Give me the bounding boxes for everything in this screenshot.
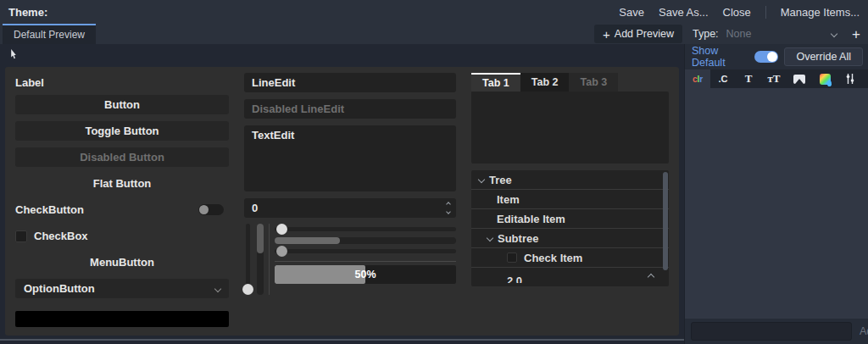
topbar-actions: Save Save As... Close Manage Items...	[619, 6, 860, 19]
h-slider-grabber[interactable]	[276, 246, 287, 257]
preview-option-button[interactable]: OptionButton	[15, 279, 229, 298]
override-all-button[interactable]: Override All	[784, 47, 863, 66]
preview-h-slider[interactable]	[275, 224, 456, 235]
v-scrollbar-grabber[interactable]	[257, 224, 264, 253]
preview-column-2: LineEdit Disabled LineEdit TextEdit 0	[244, 73, 456, 327]
add-item-button: Add	[860, 325, 868, 337]
checkbox-icon[interactable]	[507, 252, 517, 263]
save-button[interactable]: Save	[619, 6, 644, 19]
add-preview-button[interactable]: + Add Preview	[594, 25, 682, 43]
chevron-up-icon[interactable]	[648, 274, 654, 280]
preview-tab-1[interactable]: Tab 1	[471, 73, 520, 92]
preview-h-slider-2[interactable]	[275, 246, 456, 257]
color-picker-button[interactable]	[15, 311, 229, 327]
tab-constant-items[interactable]: .C	[710, 69, 736, 88]
save-as-button[interactable]: Save As...	[659, 6, 709, 19]
tree-row-check-item[interactable]: Check Item	[471, 248, 669, 268]
preview-column-3: Tab 1 Tab 2 Tab 3 Tree Item	[471, 73, 669, 327]
preview-disabled-line-edit: Disabled LineEdit	[244, 99, 456, 119]
theme-editor-topbar: Theme: Save Save As... Close Manage Item…	[0, 0, 868, 24]
preview-h-scrollbar[interactable]	[275, 237, 456, 244]
tab-font-size-items[interactable]: тT	[761, 69, 787, 88]
type-label: Type:	[693, 28, 719, 40]
stylebox-items-icon	[820, 74, 831, 85]
progress-bar-value: 50%	[275, 265, 456, 284]
pick-item-icon[interactable]	[8, 49, 18, 62]
font-size-items-icon: тT	[767, 72, 780, 86]
add-item-row: Add	[685, 319, 868, 344]
manage-items-button[interactable]: Manage Items...	[781, 6, 860, 19]
preview-flat-button[interactable]: Flat Button	[15, 174, 229, 193]
items-panel-header: Show Default Override All	[685, 44, 868, 69]
tree-row-root[interactable]: Tree	[471, 170, 669, 190]
check-box-label: CheckBox	[34, 230, 88, 242]
tab-icon-items[interactable]	[787, 69, 812, 88]
preview-tab-2[interactable]: Tab 2	[520, 73, 570, 92]
toggle-knob	[767, 52, 777, 62]
close-button[interactable]: Close	[723, 6, 751, 19]
v-slider-grabber[interactable]	[242, 284, 253, 295]
color-items-icon: clr	[693, 75, 703, 84]
preview-toolbar	[0, 44, 684, 67]
tab-color-items[interactable]: clr	[685, 69, 710, 88]
preview-button[interactable]: Button	[15, 95, 229, 114]
chevron-down-icon[interactable]	[478, 176, 485, 183]
preview-check-button[interactable]: CheckButton	[15, 200, 229, 219]
preview-v-scrollbar[interactable]	[257, 224, 264, 295]
checkbox-icon[interactable]	[15, 230, 27, 242]
preview-menu-button[interactable]: MenuButton	[15, 252, 229, 272]
tab-default-preview[interactable]: Default Preview	[3, 24, 96, 44]
panel-title: Theme:	[8, 6, 47, 19]
h-widgets-stack: 50%	[275, 224, 456, 295]
preview-area: Label Button Toggle Button Disabled Butt…	[0, 44, 684, 344]
tree-row-item[interactable]: Item	[471, 190, 669, 209]
tab-misc-items[interactable]	[837, 69, 863, 88]
preview-text-edit[interactable]: TextEdit	[244, 125, 456, 191]
show-default-label: Show Default	[692, 45, 748, 69]
tab-row-spacer	[96, 24, 594, 44]
splitter-grip[interactable]	[0, 339, 684, 341]
tree-scrollbar[interactable]	[663, 172, 668, 270]
chevron-down-icon[interactable]	[446, 209, 451, 214]
item-type-tabs: clr .C T тT	[685, 69, 868, 88]
plus-icon: +	[603, 28, 610, 41]
add-preview-label: Add Preview	[615, 28, 674, 40]
preview-v-slider[interactable]	[244, 224, 252, 295]
add-item-name-input[interactable]	[691, 322, 852, 341]
tab-stylebox-items[interactable]	[812, 69, 837, 88]
topbar-divider	[765, 6, 766, 19]
tree-row-subtree[interactable]: Subtree	[471, 229, 669, 248]
preview-progress-bar: 50%	[275, 265, 456, 284]
slider-block: 50%	[244, 224, 456, 295]
toggle-off-icon[interactable]	[198, 204, 224, 215]
tree-check-item-label: Check Item	[524, 252, 582, 264]
preview-tab-3: Tab 3	[569, 73, 618, 92]
preview-line-edit[interactable]: LineEdit	[244, 73, 456, 92]
preview-column-1: Label Button Toggle Button Disabled Butt…	[15, 73, 229, 327]
preview-tab-bar: Tab 1 Tab 2 Tab 3	[471, 73, 669, 92]
preview-label: Label	[15, 73, 229, 92]
tree-row-range-item[interactable]: 2.0	[471, 268, 669, 283]
tree-row-editable-item[interactable]: Editable Item	[471, 209, 669, 229]
tab-font-items[interactable]: T	[736, 69, 761, 88]
preview-spin-box[interactable]: 0	[244, 198, 456, 218]
add-type-button[interactable]: +	[848, 27, 865, 42]
type-dropdown-value: None	[726, 28, 752, 40]
h-slider-grabber[interactable]	[276, 224, 287, 235]
chevron-down-icon[interactable]	[487, 235, 493, 241]
h-scrollbar-grabber[interactable]	[275, 237, 340, 244]
toggle-knob	[199, 205, 209, 214]
preview-tree: Tree Item Editable Item Subtree	[471, 170, 669, 286]
preview-tab-row: Default Preview + Add Preview Type: None…	[0, 24, 868, 44]
tree-subtree-label: Subtree	[498, 232, 538, 245]
tree-range-value: 2.0	[507, 275, 522, 283]
preview-tab-content-panel	[471, 92, 669, 164]
type-bar: Type: None +	[684, 24, 868, 44]
spin-box-value: 0	[252, 202, 447, 214]
check-button-label: CheckButton	[15, 203, 84, 216]
preview-check-box[interactable]: CheckBox	[15, 226, 229, 246]
show-default-toggle[interactable]	[754, 51, 778, 63]
preview-toggle-button[interactable]: Toggle Button	[15, 121, 229, 141]
chevron-up-icon[interactable]	[446, 202, 451, 207]
type-dropdown[interactable]: None	[725, 28, 842, 40]
